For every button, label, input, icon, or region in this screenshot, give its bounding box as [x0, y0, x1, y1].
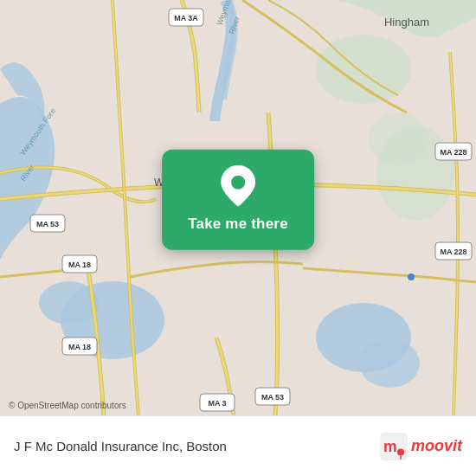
- map-view: MA 3A MA 53 MA 53 MA 18 MA 18 MA 228 MA …: [0, 0, 476, 415]
- svg-point-30: [408, 273, 415, 280]
- svg-text:MA 18: MA 18: [68, 343, 91, 351]
- svg-text:MA 3A: MA 3A: [174, 14, 198, 23]
- moovit-logo-icon: m: [380, 433, 408, 460]
- take-me-there-button[interactable]: Take me there: [188, 212, 288, 236]
- moovit-logo: m moovit: [380, 433, 462, 460]
- svg-text:MA 53: MA 53: [36, 220, 59, 228]
- location-pin-icon: [219, 167, 257, 205]
- svg-point-4: [359, 339, 420, 388]
- svg-text:MA 228: MA 228: [440, 148, 466, 157]
- map-attribution: © OpenStreetMap contributors: [9, 401, 126, 410]
- moovit-text: moovit: [411, 437, 462, 455]
- svg-text:MA 18: MA 18: [68, 261, 91, 269]
- location-label: J F Mc Donald Insurance Inc, Boston: [14, 439, 380, 453]
- svg-text:MA 228: MA 228: [440, 248, 466, 256]
- svg-point-7: [368, 113, 428, 164]
- svg-text:MA 53: MA 53: [261, 393, 284, 402]
- bottom-info-bar: J F Mc Donald Insurance Inc, Boston m mo…: [0, 415, 476, 476]
- svg-text:Hingham: Hingham: [384, 16, 429, 29]
- svg-text:m: m: [383, 438, 397, 455]
- svg-point-34: [397, 448, 404, 455]
- svg-point-31: [231, 176, 245, 190]
- svg-text:MA 3: MA 3: [208, 399, 226, 408]
- location-popup: Take me there: [162, 150, 314, 250]
